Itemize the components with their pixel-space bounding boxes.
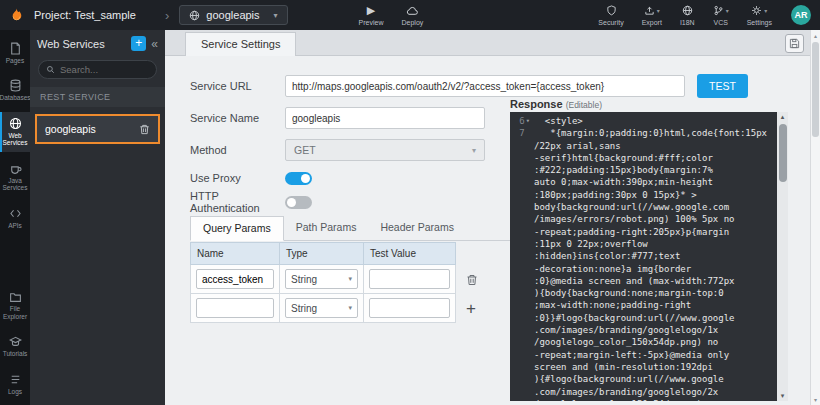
preview-button[interactable]: ▶ Preview (359, 5, 384, 26)
service-item-label: googleapis (45, 123, 96, 135)
param-type-select[interactable]: String ▾ (285, 269, 358, 289)
response-code[interactable]: <style> *{margin:0;padding:0}html,code{f… (531, 112, 777, 401)
scroll-up-icon[interactable]: ▴ (777, 113, 788, 121)
method-select[interactable]: GET ▾ (285, 139, 485, 161)
toggle-knob (287, 198, 296, 207)
project-label: Project: Test_sample (34, 9, 136, 21)
col-header-type: Type (280, 242, 364, 265)
editor-scrollbar[interactable]: ▴ ▾ (777, 112, 788, 401)
scroll-down-icon[interactable]: ▾ (777, 392, 788, 400)
service-name-label: Service Name (190, 112, 285, 124)
service-name-input[interactable] (285, 107, 485, 129)
database-icon (9, 79, 22, 92)
code-brackets-icon (9, 207, 22, 220)
delete-row-icon[interactable] (466, 274, 478, 286)
col-header-test-value: Test Value (364, 242, 456, 265)
use-proxy-toggle[interactable] (285, 172, 312, 185)
main-area: Service Settings Service URL TEST Servic… (165, 30, 820, 405)
chevron-down-icon: ▾ (764, 8, 767, 14)
settings-button[interactable]: ▾ Settings (747, 5, 772, 26)
add-row-icon[interactable]: + (466, 303, 476, 315)
table-row: String ▾ (190, 265, 478, 294)
search-input[interactable] (60, 64, 149, 75)
avatar[interactable]: AR (791, 5, 811, 25)
scroll-up-icon[interactable]: ▴ (811, 32, 820, 39)
sidebar-item-tutorials[interactable]: Tutorials (0, 330, 30, 362)
rest-service-group-label: REST SERVICE (30, 87, 165, 107)
sidebar-item-file-explorer[interactable]: File Explorer (0, 285, 30, 325)
sidebar-item-logs[interactable]: Logs (0, 368, 30, 400)
export-button[interactable]: ▾ Export (642, 5, 662, 26)
code-fold-icon[interactable]: ▾ (526, 115, 530, 127)
search-icon (46, 65, 55, 74)
chevron-down-icon: ▾ (348, 275, 352, 283)
i18n-button[interactable]: I18N (680, 5, 695, 26)
sidebar-item-java-services[interactable]: Java Services (0, 157, 30, 197)
breadcrumb-chevron-icon: › (165, 8, 169, 23)
response-editor: 6▾ 7▾ <style> *{margin:0;padding:0}html,… (510, 112, 788, 401)
service-url-input[interactable] (285, 75, 685, 97)
globe-icon (682, 5, 693, 17)
chevron-down-icon: ▾ (348, 304, 352, 312)
collapse-panel-button[interactable]: « (151, 37, 158, 51)
method-label: Method (190, 144, 285, 156)
param-type-select[interactable]: String ▾ (285, 298, 358, 318)
tab-query-params[interactable]: Query Params (190, 216, 284, 241)
service-url-label: Service URL (190, 80, 285, 92)
sidebar-spacer (0, 239, 30, 285)
chevron-down-icon: ▾ (472, 146, 476, 155)
app-logo[interactable] (7, 6, 25, 24)
app-selector-dropdown[interactable]: googleapis ▾ (179, 5, 287, 25)
tab-header-params[interactable]: Header Params (368, 216, 466, 240)
window-scrollbar[interactable]: ▴ ▾ (810, 30, 820, 405)
panel-title: Web Services (37, 38, 126, 50)
test-button[interactable]: TEST (697, 74, 748, 98)
branch-icon (713, 5, 724, 16)
deploy-button[interactable]: Deploy (401, 5, 423, 26)
scroll-down-icon[interactable]: ▾ (811, 396, 820, 403)
sidebar-item-apis[interactable]: APIs (0, 202, 30, 234)
scrollbar-thumb[interactable] (812, 42, 819, 137)
coffee-cup-icon (9, 162, 22, 175)
service-settings-form: Service URL TEST Service Name Method GET… (165, 56, 810, 405)
http-auth-label: HTTP Authentication (190, 190, 285, 214)
http-auth-toggle[interactable] (285, 196, 312, 209)
sidebar-item-web-services[interactable]: Web Services (0, 112, 30, 152)
chevron-down-icon: ▾ (274, 11, 278, 20)
chevron-down-icon: ▾ (657, 8, 660, 14)
shield-icon (606, 5, 617, 17)
cloud-icon (406, 5, 418, 17)
vcs-button[interactable]: ▾ VCS (713, 5, 729, 26)
chevron-down-icon: ▾ (726, 8, 729, 14)
param-name-input[interactable] (196, 298, 274, 318)
param-test-value-input[interactable] (369, 269, 450, 289)
service-search (38, 60, 157, 79)
table-row: String ▾ + (190, 294, 478, 323)
query-params-table: Name Type Test Value String ▾ (190, 242, 478, 323)
tab-path-params[interactable]: Path Params (284, 216, 369, 240)
sidebar-item-databases[interactable]: Databases (0, 74, 30, 106)
service-item-googleapis[interactable]: googleapis (35, 114, 160, 144)
topbar: Project: Test_sample › googleapis ▾ ▶ Pr… (0, 0, 820, 30)
tab-service-settings[interactable]: Service Settings (185, 32, 296, 56)
globe-icon (189, 10, 200, 21)
response-header: Response (Editable) (510, 98, 602, 110)
response-editable-label: (Editable) (566, 100, 602, 110)
param-name-input[interactable] (196, 269, 274, 289)
param-test-value-input[interactable] (369, 298, 450, 318)
col-header-name: Name (190, 242, 280, 265)
scrollbar-thumb[interactable] (779, 124, 787, 182)
editor-gutter: 6▾ 7▾ (510, 112, 531, 401)
play-icon: ▶ (367, 5, 375, 17)
app-selector-value: googleapis (206, 9, 259, 21)
folder-icon (9, 290, 22, 303)
export-icon (644, 5, 655, 16)
security-button[interactable]: Security (598, 5, 623, 26)
add-service-button[interactable]: + (131, 36, 146, 51)
save-button[interactable] (785, 34, 804, 53)
delete-service-icon[interactable] (139, 124, 150, 135)
save-disk-icon (789, 38, 800, 49)
sidebar-item-pages[interactable]: Pages (0, 37, 30, 69)
services-panel: Web Services + « REST SERVICE googleapis (30, 30, 165, 405)
graduation-cap-icon (9, 335, 22, 348)
